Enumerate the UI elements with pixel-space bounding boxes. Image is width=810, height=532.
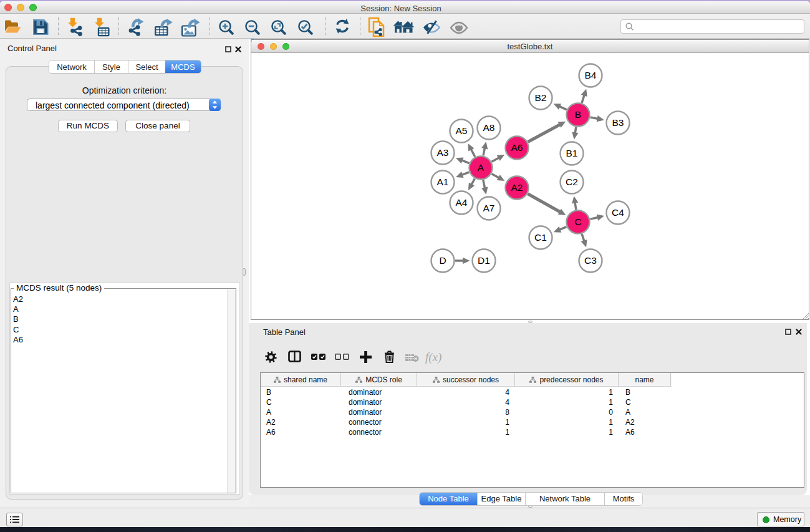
svg-text:A1: A1 [437, 177, 449, 187]
svg-text:A6: A6 [511, 142, 523, 153]
svg-text:C: C [574, 216, 581, 227]
svg-text:C1: C1 [534, 232, 547, 243]
svg-text:B1: B1 [566, 148, 578, 158]
svg-text:D: D [439, 255, 446, 266]
svg-text:D1: D1 [478, 255, 490, 266]
svg-text:A8: A8 [483, 122, 495, 133]
svg-text:B4: B4 [585, 70, 597, 80]
svg-text:A: A [478, 162, 485, 173]
svg-text:C2: C2 [566, 177, 578, 187]
svg-text:B: B [575, 109, 581, 120]
svg-text:A2: A2 [511, 182, 523, 193]
svg-text:B2: B2 [535, 92, 547, 103]
svg-text:B3: B3 [612, 117, 624, 128]
svg-text:A5: A5 [456, 125, 468, 136]
svg-text:A7: A7 [483, 203, 495, 213]
svg-text:A3: A3 [437, 147, 449, 158]
svg-text:C4: C4 [612, 207, 624, 218]
svg-text:C3: C3 [584, 255, 597, 266]
svg-text:A4: A4 [456, 197, 468, 208]
